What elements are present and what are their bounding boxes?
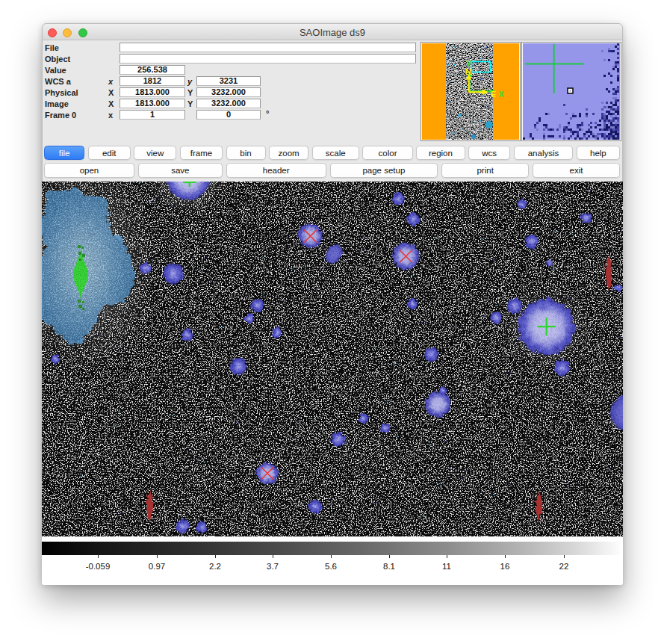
svg-text:N: N <box>465 67 471 76</box>
svg-text:E: E <box>491 90 496 99</box>
svg-text:X: X <box>499 90 505 99</box>
